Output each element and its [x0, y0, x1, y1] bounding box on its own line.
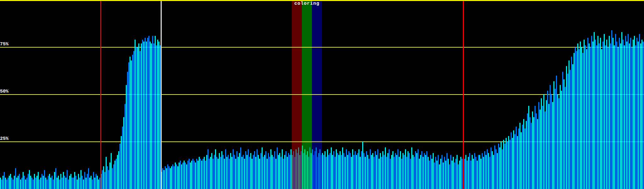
histogram-bar [44, 170, 45, 189]
histogram-bar [530, 117, 530, 189]
histogram-bar [519, 123, 520, 189]
histogram-bar [498, 144, 499, 189]
white-marker-line[interactable] [161, 1, 162, 189]
histogram-bar [548, 104, 549, 189]
histogram-bar [33, 180, 34, 189]
histogram-bar [219, 153, 220, 189]
histogram-bar [566, 66, 567, 189]
histogram-bar [541, 98, 542, 189]
histogram-bar [454, 163, 455, 189]
histogram-bar [164, 170, 164, 189]
histogram-bar [455, 159, 456, 189]
histogram-bar [525, 129, 525, 189]
histogram-bar [304, 149, 305, 189]
histogram-bar [42, 174, 42, 189]
histogram-bar [408, 151, 408, 189]
histogram-bar [216, 157, 217, 189]
histogram-bar [362, 142, 363, 189]
histogram-bar [487, 149, 488, 189]
histogram-bar [462, 159, 463, 189]
histogram-bar [429, 161, 430, 189]
histogram-bar [308, 157, 309, 189]
histogram-bar [611, 30, 612, 189]
histogram-bar [580, 42, 581, 189]
histogram-bar [82, 176, 83, 189]
histogram-bar [582, 53, 583, 189]
histogram-bar [86, 178, 86, 189]
histogram-bar [494, 146, 495, 189]
histogram-bar [136, 47, 137, 189]
histogram-bar [332, 155, 333, 189]
histogram-bar [597, 36, 598, 189]
histogram-bar [58, 176, 59, 189]
histogram-bar [143, 42, 144, 189]
histogram-bar [569, 60, 569, 189]
histogram-bar [10, 174, 11, 189]
histogram-bar [396, 155, 397, 189]
histogram-bar [635, 45, 636, 189]
histogram-bar [169, 166, 169, 189]
histogram-bar [414, 157, 415, 189]
histogram-bar [366, 151, 367, 189]
histogram-bar [132, 55, 133, 189]
histogram-bar [600, 38, 601, 189]
histogram-bar [345, 157, 346, 189]
histogram-bar [38, 172, 39, 189]
histogram-bar [594, 32, 595, 189]
histogram-bar [391, 155, 392, 189]
histogram-bar [575, 47, 576, 189]
histogram-bar [260, 153, 261, 189]
histogram-bar [286, 151, 286, 189]
histogram-bar [431, 159, 432, 189]
histogram-bar [87, 174, 88, 189]
histogram-bar [386, 157, 387, 189]
histogram-bar [153, 43, 154, 189]
histogram-bar [59, 180, 60, 189]
histogram-bar [126, 85, 127, 189]
histogram-bar [602, 42, 603, 189]
histogram-bar [609, 36, 610, 189]
histogram-bar [291, 149, 291, 189]
histogram-bar [624, 45, 625, 189]
histogram-bar [390, 159, 391, 189]
histogram-bar [119, 144, 120, 189]
histogram-bar [630, 38, 631, 189]
histogram-bar [156, 45, 157, 189]
histogram-bar [233, 149, 234, 189]
histogram-bar [418, 149, 419, 189]
histogram-bar [364, 153, 364, 189]
histogram-bar [434, 163, 435, 189]
histogram-bar [57, 178, 58, 189]
histogram-bar [372, 153, 373, 189]
red-marker-line-2[interactable] [463, 1, 464, 189]
histogram-bar [234, 155, 235, 189]
histogram-bar [83, 180, 84, 189]
histogram-bar [532, 112, 533, 189]
histogram-bar [585, 45, 586, 189]
histogram-bar [621, 32, 622, 189]
histogram-bar [543, 94, 544, 189]
histogram-bar [301, 151, 302, 189]
histogram-bar [614, 45, 615, 189]
histogram-bar [564, 79, 564, 189]
histogram-bar [60, 174, 61, 189]
histogram-bar [89, 178, 90, 189]
red-marker-line-1[interactable] [100, 1, 101, 189]
histogram-bar [187, 161, 188, 189]
bitrate-histogram-chart[interactable]: 75%50%25% coloring [0, 0, 644, 189]
histogram-bar [538, 102, 539, 189]
histogram-bar [306, 155, 307, 189]
histogram-bar [353, 155, 354, 189]
histogram-bar [157, 40, 158, 189]
histogram-bar [379, 159, 380, 189]
histogram-bar [5, 178, 6, 189]
histogram-bar [8, 178, 8, 189]
histogram-bar [185, 163, 186, 189]
histogram-bar [302, 146, 303, 189]
histogram-bar [423, 157, 424, 189]
histogram-bar [190, 163, 191, 189]
histogram-bar [231, 157, 232, 189]
histogram-bar [253, 155, 254, 189]
histogram-bar [319, 149, 320, 189]
histogram-bar [596, 45, 597, 189]
